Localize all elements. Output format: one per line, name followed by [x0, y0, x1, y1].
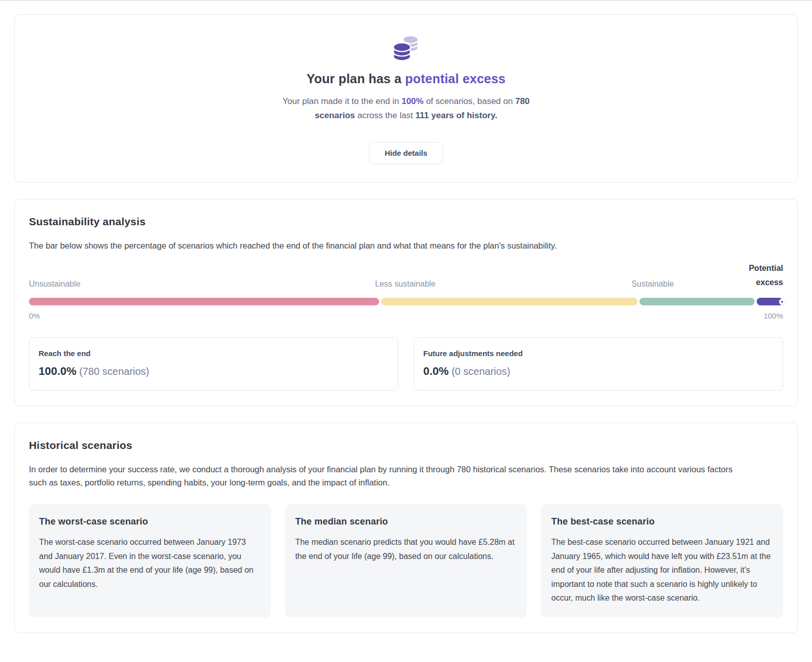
zone-label-unsustainable: Unsustainable: [29, 280, 80, 289]
scenario-title: The median scenario: [295, 516, 517, 527]
stat-value-line: 100.0% (780 scenarios): [39, 365, 389, 378]
gauge-segment-less-sustainable: [381, 298, 638, 305]
summary-text: across the last: [355, 111, 416, 120]
stat-label: Future adjustments needed: [423, 349, 773, 358]
gauge-scale-max: 100%: [764, 311, 783, 320]
coins-icon: [389, 32, 423, 62]
zone-label-less-sustainable: Less sustainable: [375, 280, 435, 289]
sustainability-description: The bar below shows the percentage of sc…: [29, 239, 783, 252]
hide-details-button[interactable]: Hide details: [369, 142, 443, 164]
median-scenario-card: The median scenario The median scenario …: [285, 504, 527, 617]
summary-text: of scenarios, based on: [424, 96, 516, 106]
summary-text: Your plan made it to the end in: [282, 96, 401, 106]
stat-value: 100.0%: [39, 365, 77, 377]
scenario-body: The worst-case scenario occurred between…: [39, 535, 261, 591]
gauge-zone-labels: Unsustainable Less sustainable Sustainab…: [29, 265, 783, 290]
sustainability-title: Sustainability analysis: [29, 216, 783, 228]
stat-value-line: 0.0% (0 scenarios): [423, 365, 773, 378]
stat-detail: (0 scenarios): [449, 366, 510, 377]
stat-future-adjustments: Future adjustments needed 0.0% (0 scenar…: [414, 337, 783, 391]
sustainability-analysis-card: Sustainability analysis The bar below sh…: [14, 199, 798, 406]
gauge-segment-sustainable: [639, 298, 755, 305]
scenario-title: The worst-case scenario: [39, 516, 261, 527]
stat-reach-the-end: Reach the end 100.0% (780 scenarios): [29, 337, 398, 391]
scenario-title: The best-case scenario: [551, 516, 773, 527]
plan-analysis-page: Your plan has a potential excess Your pl…: [0, 1, 812, 653]
gauge-position-marker: [779, 299, 785, 305]
scenario-cards: The worst-case scenario The worst-case s…: [29, 504, 783, 617]
stat-value: 0.0%: [423, 365, 449, 377]
history-years-value: 111 years of history.: [416, 111, 497, 120]
page-title-prefix: Your plan has a: [307, 72, 405, 86]
page-title-highlight: potential excess: [405, 72, 505, 86]
gauge-scale: 0% 100%: [29, 311, 783, 320]
plan-result-summary: Your plan made it to the end in 100% of …: [263, 94, 549, 123]
sustainability-gauge: [29, 298, 783, 305]
best-case-scenario-card: The best-case scenario The best-case sce…: [541, 504, 783, 617]
plan-result-card: Your plan has a potential excess Your pl…: [14, 14, 798, 183]
stat-detail: (780 scenarios): [77, 366, 149, 377]
historical-title: Historical scenarios: [29, 439, 783, 451]
zone-label-potential-excess: Potential excess: [736, 261, 783, 290]
gauge-scale-min: 0%: [29, 311, 40, 320]
sustainability-stats: Reach the end 100.0% (780 scenarios) Fut…: [29, 337, 783, 391]
scenario-body: The best-case scenario occurred between …: [551, 535, 773, 605]
historical-description: In order to determine your success rate,…: [29, 463, 750, 489]
stat-label: Reach the end: [39, 349, 389, 358]
zone-label-sustainable: Sustainable: [631, 280, 674, 289]
success-rate-value: 100%: [401, 96, 423, 106]
worst-case-scenario-card: The worst-case scenario The worst-case s…: [29, 504, 271, 617]
page-title: Your plan has a potential excess: [35, 72, 777, 86]
scenario-body: The median scenario predicts that you wo…: [295, 535, 517, 563]
historical-scenarios-card: Historical scenarios In order to determi…: [14, 423, 798, 633]
gauge-segment-unsustainable: [29, 298, 379, 305]
